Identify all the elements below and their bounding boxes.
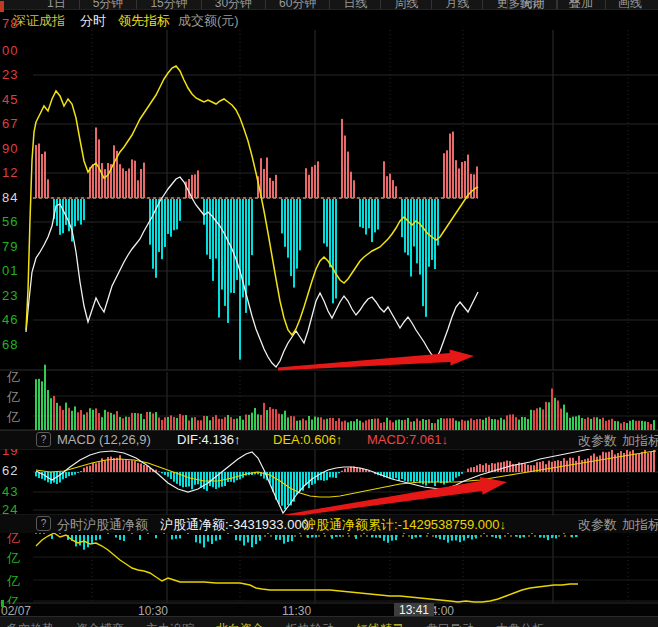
- macd-axis-label: 43: [2, 484, 18, 499]
- macd-add-indicator-button[interactable]: 加指标: [622, 432, 658, 450]
- macd-value: MACD:7.061↓: [367, 432, 448, 447]
- macd-axis-label: 62: [2, 463, 18, 478]
- volume-axis-label: 亿: [7, 368, 21, 386]
- status-bar-item[interactable]: 板块轮动: [286, 621, 334, 627]
- status-bar-item[interactable]: 短线精灵: [356, 621, 404, 627]
- volume-axis-label: 亿: [7, 408, 21, 426]
- main-axis-label: 46: [2, 312, 18, 327]
- time-axis[interactable]: 02/0710:3011:3014:0013:41: [0, 604, 658, 616]
- flow-cumulative-value: 沪股通净额累计:-1429538759.000↓: [303, 516, 506, 534]
- status-items: 多空趋势资金博弈主力追踪北向资金板块轮动短线精灵盘口异动大盘分析: [6, 619, 566, 627]
- flow-net-value: 沪股通净额:-3431933.000↓: [160, 516, 315, 534]
- main-axis-label: 00: [2, 43, 18, 58]
- main-axis-label: 79: [2, 239, 18, 254]
- main-axis-label: 23: [2, 67, 18, 82]
- status-bar-item[interactable]: 多空趋势: [6, 621, 54, 627]
- status-bar-item[interactable]: 北向资金: [216, 621, 264, 627]
- flow-axis-label: 亿: [7, 572, 21, 590]
- status-bar-item[interactable]: 盘口异动: [426, 621, 474, 627]
- trading-app-window: 1日5分钟15分钟30分钟60分钟日线周线月线更多周期 统计叠加画线 深证成指 …: [0, 0, 658, 627]
- macd-indicator-name[interactable]: MACD (12,26,9): [57, 432, 151, 447]
- status-bar-item[interactable]: 大盘分析: [496, 621, 544, 627]
- macd-edit-params-button[interactable]: 改参数: [578, 432, 617, 450]
- main-axis-label: 56: [2, 214, 18, 229]
- main-axis-label: 67: [2, 116, 18, 131]
- cursor-time-badge: 13:41: [394, 603, 434, 617]
- main-axis-label: 78: [2, 16, 18, 31]
- flow-edit-params-button[interactable]: 改参数: [578, 516, 617, 534]
- main-axis-label: 12: [2, 165, 18, 180]
- macd-dea-value: DEA:0.606↑: [273, 432, 342, 447]
- flow-header-row: ? 分时沪股通净额 沪股通净额:-3431933.000↓ 沪股通净额累计:-1…: [0, 515, 658, 533]
- main-axis-label: 23: [2, 288, 18, 303]
- status-bar-item[interactable]: 主力追踪: [146, 621, 194, 627]
- flow-axis-label: 亿: [7, 549, 21, 567]
- flow-indicator-name[interactable]: 分时沪股通净额: [57, 516, 148, 534]
- flow-add-indicator-button[interactable]: 加指标: [622, 516, 658, 534]
- status-bar-item[interactable]: 资金博弈: [76, 621, 124, 627]
- macd-dif-value: DIF:4.136↑: [177, 432, 241, 447]
- main-axis-label: 90: [2, 141, 18, 156]
- axis-scroll-mark: [1, 600, 4, 607]
- macd-header-row: ? MACD (12,26,9) DIF:4.136↑ DEA:0.606↑ M…: [0, 431, 658, 449]
- main-axis-label: 68: [2, 337, 18, 352]
- help-icon[interactable]: ?: [36, 432, 51, 447]
- help-icon[interactable]: ?: [36, 516, 51, 531]
- main-axis-label: 45: [2, 92, 18, 107]
- volume-axis-label: 亿: [7, 388, 21, 406]
- main-axis-label: 01: [2, 263, 18, 278]
- status-bar: 多空趋势资金博弈主力追踪北向资金板块轮动短线精灵盘口异动大盘分析: [0, 616, 658, 627]
- main-axis-label: 84: [2, 190, 18, 205]
